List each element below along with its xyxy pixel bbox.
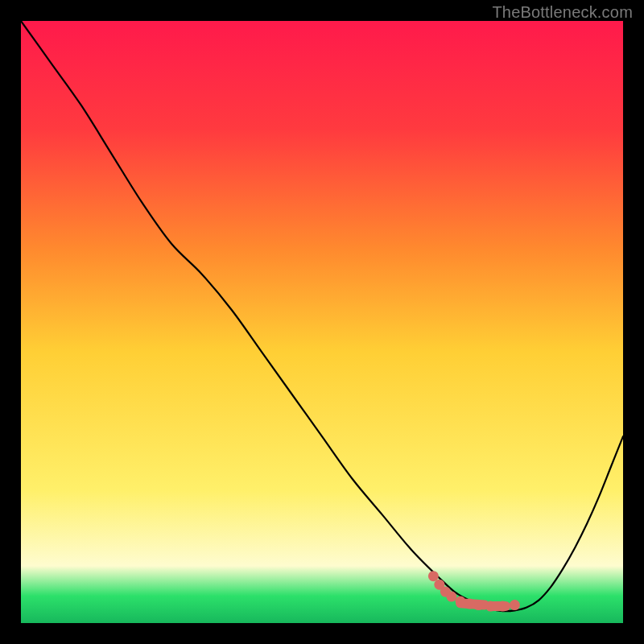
gradient-background — [21, 21, 623, 623]
marker-dot — [510, 600, 520, 610]
marker-dot — [446, 592, 456, 602]
marker-dash — [460, 603, 485, 605]
chart-frame: TheBottleneck.com — [0, 0, 644, 644]
marker-dot — [428, 571, 439, 581]
chart-svg — [21, 21, 623, 623]
plot-area — [21, 21, 623, 623]
watermark-text: TheBottleneck.com — [492, 3, 633, 22]
